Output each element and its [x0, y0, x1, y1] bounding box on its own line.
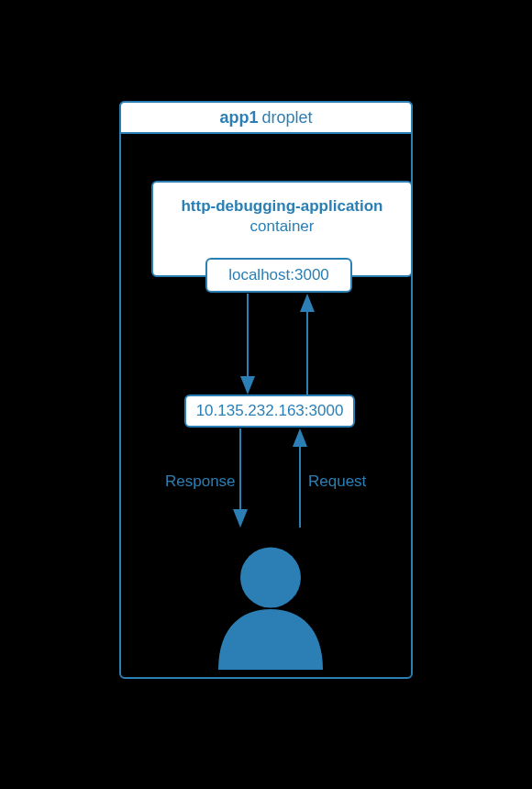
- svg-point-4: [240, 548, 301, 608]
- user-icon: [202, 532, 339, 670]
- arrow-localhost-to-ip: [0, 0, 532, 789]
